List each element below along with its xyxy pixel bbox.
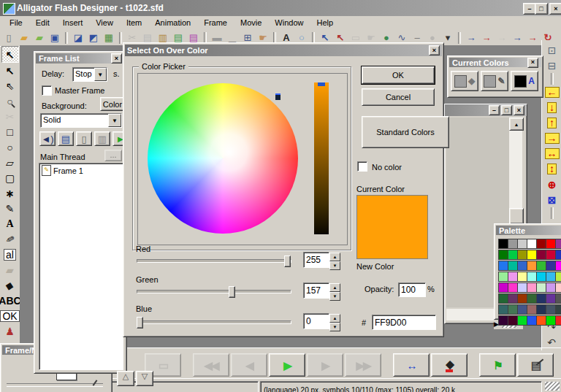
frame-sound-button[interactable]: ◄): [39, 131, 56, 146]
menu-movie[interactable]: Movie: [234, 17, 268, 28]
wizard-button[interactable]: ▤: [517, 353, 554, 377]
palette-swatch[interactable]: [546, 293, 556, 304]
fill-bucket-tool[interactable]: ◆: [2, 277, 18, 293]
goto-blue-button[interactable]: →: [510, 31, 524, 45]
menu-item[interactable]: Item: [120, 17, 148, 28]
palette-swatch[interactable]: [517, 272, 527, 282]
palette-swatch[interactable]: [546, 272, 556, 282]
timeline-slider[interactable]: [7, 383, 103, 387]
frame-script-button[interactable]: ▤: [58, 131, 74, 146]
thread-more-button[interactable]: ...: [104, 150, 122, 161]
center-vertical-icon[interactable]: ↕: [544, 161, 560, 177]
palette-swatch[interactable]: [498, 293, 508, 304]
next-frame-button[interactable]: ▶: [307, 353, 343, 377]
palette-swatch[interactable]: [527, 304, 537, 315]
palette-swatch[interactable]: [527, 293, 537, 304]
palette-swatch[interactable]: [555, 315, 561, 326]
polygon-tool[interactable]: ▱: [2, 155, 18, 170]
palette-swatch[interactable]: [508, 272, 518, 282]
goto-red-button[interactable]: →: [525, 31, 540, 45]
abc-label-tool[interactable]: ABC: [2, 293, 18, 308]
blue-slider-thumb[interactable]: [137, 317, 143, 328]
fill-color-button[interactable]: ◆: [451, 71, 478, 91]
menu-window[interactable]: Window: [268, 17, 310, 28]
palette-swatch[interactable]: [517, 239, 527, 249]
align-bottom-icon[interactable]: ↓: [544, 100, 560, 115]
menu-help[interactable]: Help: [310, 17, 340, 28]
last-frame-button[interactable]: ▶▶: [345, 353, 381, 377]
current-colors-close-button[interactable]: ×: [527, 58, 538, 68]
frame-scroll-down-button[interactable]: ▽: [136, 371, 153, 386]
ok-widget-tool[interactable]: OK: [2, 308, 18, 323]
palette-swatch[interactable]: [546, 304, 556, 315]
palette-swatch[interactable]: [527, 315, 537, 326]
paste-frame-icon[interactable]: ⊟: [544, 58, 560, 73]
dialog-close-button[interactable]: ×: [429, 45, 440, 55]
palette-swatch[interactable]: [508, 304, 518, 315]
nav-back-button[interactable]: →: [464, 31, 478, 45]
red-value-input[interactable]: [303, 252, 329, 268]
publish-frame-button[interactable]: ⚑: [479, 353, 516, 377]
palette-swatch[interactable]: [546, 283, 556, 293]
text-tool[interactable]: A: [2, 216, 18, 231]
spin-up-icon[interactable]: ▲: [329, 314, 340, 323]
palette-swatch[interactable]: [498, 250, 508, 260]
magic-wand-tool[interactable]: ∗: [2, 185, 18, 201]
copy-frame-icon[interactable]: ⊡: [544, 42, 560, 58]
green-value-input[interactable]: [303, 283, 329, 299]
palette-swatch[interactable]: [555, 272, 561, 282]
palette-swatch[interactable]: [527, 283, 537, 293]
green-slider[interactable]: [137, 290, 291, 293]
green-slider-thumb[interactable]: [229, 286, 235, 298]
palette-swatch[interactable]: [508, 293, 518, 304]
outline-select-tool[interactable]: ⇖: [2, 78, 18, 93]
close-button[interactable]: ×: [549, 3, 561, 15]
red-slider-thumb[interactable]: [284, 255, 291, 267]
green-spinner[interactable]: ▲▼: [329, 283, 340, 301]
brightness-marker[interactable]: [318, 82, 325, 86]
frame-list-close-button[interactable]: ×: [111, 53, 122, 64]
palette-swatch[interactable]: [536, 261, 546, 271]
center-horizontal-icon[interactable]: ↔: [544, 146, 560, 161]
palette-swatch[interactable]: [546, 239, 556, 249]
frame-delete-button[interactable]: ▥: [94, 131, 110, 146]
palette-swatch[interactable]: [555, 304, 561, 315]
red-spinner[interactable]: ▲▼: [329, 253, 340, 270]
fill-color-button[interactable]: ◆: [431, 353, 468, 377]
palette-swatch[interactable]: [517, 250, 527, 260]
palette-swatch[interactable]: [536, 239, 546, 249]
line-color-button[interactable]: ✎: [481, 71, 508, 91]
nav-disabled-button[interactable]: →: [495, 31, 509, 45]
palette-swatch[interactable]: [517, 283, 527, 293]
background-color-button[interactable]: Color: [100, 97, 125, 111]
delay-combo[interactable]: Stop ▼: [72, 67, 107, 82]
ok-button[interactable]: OK: [362, 66, 435, 84]
palette-swatch[interactable]: [517, 261, 527, 271]
palette-swatch[interactable]: [546, 315, 556, 326]
import-button[interactable]: ◪: [71, 31, 85, 45]
frame-listbox[interactable]: ✎ Frame 1: [39, 163, 123, 370]
select-tool[interactable]: ↖: [1, 46, 19, 63]
ellipse-tool[interactable]: ○: [2, 139, 18, 155]
palette-swatch[interactable]: [546, 261, 556, 271]
palette-swatch[interactable]: [508, 239, 518, 249]
align-right-icon[interactable]: →: [544, 131, 560, 146]
palette-swatch[interactable]: [498, 272, 508, 282]
align-left-icon[interactable]: ←: [544, 85, 560, 100]
previous-frame-button[interactable]: ◀: [231, 353, 267, 377]
open-file-button[interactable]: ▰: [17, 31, 31, 45]
palette-swatch[interactable]: [498, 283, 508, 293]
palette-swatch[interactable]: [536, 315, 546, 326]
palette-swatch[interactable]: [527, 239, 537, 249]
palette-swatch[interactable]: [527, 261, 537, 271]
palette-swatch[interactable]: [527, 250, 537, 260]
person-tool[interactable]: ♟: [2, 323, 18, 339]
open-frame-button[interactable]: ▰: [32, 31, 47, 45]
insert-image-button[interactable]: ▦: [102, 31, 116, 45]
palette-swatch[interactable]: [536, 272, 546, 282]
scroll-up-button[interactable]: ▲: [509, 118, 524, 131]
eyedropper-tool[interactable]: ✎: [2, 231, 18, 247]
palette-swatch[interactable]: [536, 250, 546, 260]
palette-swatch[interactable]: [555, 239, 561, 249]
palette-swatch[interactable]: [508, 315, 518, 326]
